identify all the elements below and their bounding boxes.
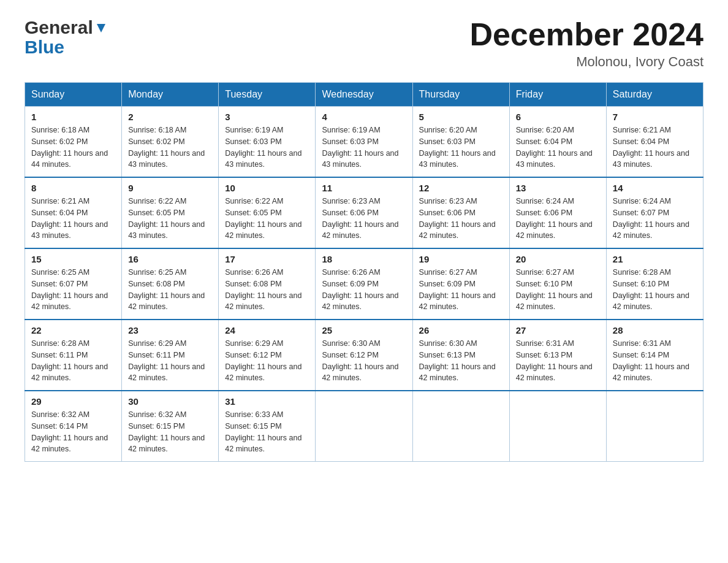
- sunset-text: Sunset: 6:14 PM: [613, 350, 697, 361]
- daylight-text: Daylight: 11 hours and 42 minutes.: [613, 361, 697, 385]
- day-number: 14: [613, 183, 697, 193]
- daylight-text: Daylight: 11 hours and 42 minutes.: [613, 219, 697, 242]
- calendar-week-row: 1 Sunrise: 6:18 AM Sunset: 6:02 PM Dayli…: [25, 107, 703, 178]
- daylight-text: Daylight: 11 hours and 42 minutes.: [613, 290, 697, 313]
- sunset-text: Sunset: 6:11 PM: [31, 350, 115, 361]
- logo-blue: Blue: [25, 38, 64, 56]
- col-saturday: Saturday: [606, 83, 703, 107]
- sunset-text: Sunset: 6:08 PM: [128, 278, 212, 290]
- day-number: 13: [516, 183, 600, 193]
- table-row: 28 Sunrise: 6:31 AM Sunset: 6:14 PM Dayl…: [606, 320, 703, 391]
- daylight-text: Daylight: 11 hours and 42 minutes.: [322, 219, 406, 242]
- logo-general: General: [25, 18, 93, 37]
- location-subtitle: Molonou, Ivory Coast: [469, 54, 703, 70]
- sunset-text: Sunset: 6:05 PM: [128, 207, 212, 219]
- day-number: 6: [516, 112, 600, 122]
- table-row: 9 Sunrise: 6:22 AM Sunset: 6:05 PM Dayli…: [122, 177, 219, 248]
- sunrise-text: Sunrise: 6:32 AM: [31, 409, 115, 421]
- sunrise-text: Sunrise: 6:26 AM: [225, 267, 309, 278]
- table-row: 16 Sunrise: 6:25 AM Sunset: 6:08 PM Dayl…: [122, 248, 219, 320]
- calendar-week-row: 22 Sunrise: 6:28 AM Sunset: 6:11 PM Dayl…: [25, 320, 703, 391]
- calendar-week-row: 15 Sunrise: 6:25 AM Sunset: 6:07 PM Dayl…: [25, 248, 703, 320]
- table-row: [509, 391, 606, 462]
- table-row: 25 Sunrise: 6:30 AM Sunset: 6:12 PM Dayl…: [316, 320, 412, 391]
- table-row: 21 Sunrise: 6:28 AM Sunset: 6:10 PM Dayl…: [606, 248, 703, 320]
- table-row: 23 Sunrise: 6:29 AM Sunset: 6:11 PM Dayl…: [122, 320, 219, 391]
- table-row: 4 Sunrise: 6:19 AM Sunset: 6:03 PM Dayli…: [316, 107, 412, 178]
- daylight-text: Daylight: 11 hours and 43 minutes.: [322, 148, 406, 171]
- table-row: 22 Sunrise: 6:28 AM Sunset: 6:11 PM Dayl…: [25, 320, 122, 391]
- day-number: 22: [31, 325, 115, 335]
- sunset-text: Sunset: 6:06 PM: [419, 207, 503, 219]
- day-number: 8: [31, 183, 115, 193]
- table-row: 18 Sunrise: 6:26 AM Sunset: 6:09 PM Dayl…: [316, 248, 412, 320]
- daylight-text: Daylight: 11 hours and 42 minutes.: [128, 432, 212, 456]
- daylight-text: Daylight: 11 hours and 42 minutes.: [516, 290, 600, 313]
- day-number: 16: [128, 254, 212, 264]
- daylight-text: Daylight: 11 hours and 43 minutes.: [516, 148, 600, 171]
- day-number: 29: [31, 396, 115, 407]
- day-number: 31: [225, 396, 309, 407]
- sunrise-text: Sunrise: 6:21 AM: [613, 124, 697, 136]
- daylight-text: Daylight: 11 hours and 42 minutes.: [419, 219, 503, 242]
- sunrise-text: Sunrise: 6:25 AM: [128, 267, 212, 278]
- daylight-text: Daylight: 11 hours and 42 minutes.: [31, 290, 115, 313]
- table-row: [316, 391, 412, 462]
- sunset-text: Sunset: 6:02 PM: [31, 136, 115, 148]
- sunrise-text: Sunrise: 6:30 AM: [322, 338, 406, 350]
- daylight-text: Daylight: 11 hours and 42 minutes.: [128, 361, 212, 385]
- sunrise-text: Sunrise: 6:18 AM: [31, 124, 115, 136]
- sunset-text: Sunset: 6:06 PM: [322, 207, 406, 219]
- sunrise-text: Sunrise: 6:20 AM: [516, 124, 600, 136]
- day-number: 10: [225, 183, 309, 193]
- sunset-text: Sunset: 6:07 PM: [613, 207, 697, 219]
- table-row: 26 Sunrise: 6:30 AM Sunset: 6:13 PM Dayl…: [412, 320, 509, 391]
- table-row: 30 Sunrise: 6:32 AM Sunset: 6:15 PM Dayl…: [122, 391, 219, 462]
- month-year-title: December 2024: [469, 18, 703, 50]
- daylight-text: Daylight: 11 hours and 42 minutes.: [128, 290, 212, 313]
- day-number: 3: [225, 112, 309, 122]
- table-row: [412, 391, 509, 462]
- sunrise-text: Sunrise: 6:27 AM: [516, 267, 600, 278]
- table-row: 27 Sunrise: 6:31 AM Sunset: 6:13 PM Dayl…: [509, 320, 606, 391]
- calendar-week-row: 8 Sunrise: 6:21 AM Sunset: 6:04 PM Dayli…: [25, 177, 703, 248]
- sunrise-text: Sunrise: 6:30 AM: [419, 338, 503, 350]
- table-row: [606, 391, 703, 462]
- sunrise-text: Sunrise: 6:31 AM: [613, 338, 697, 350]
- daylight-text: Daylight: 11 hours and 42 minutes.: [225, 290, 309, 313]
- table-row: 24 Sunrise: 6:29 AM Sunset: 6:12 PM Dayl…: [219, 320, 316, 391]
- daylight-text: Daylight: 11 hours and 43 minutes.: [613, 148, 697, 171]
- table-row: 6 Sunrise: 6:20 AM Sunset: 6:04 PM Dayli…: [509, 107, 606, 178]
- daylight-text: Daylight: 11 hours and 42 minutes.: [516, 361, 600, 385]
- sunrise-text: Sunrise: 6:19 AM: [225, 124, 309, 136]
- sunset-text: Sunset: 6:04 PM: [31, 207, 115, 219]
- logo-triangle-icon: [94, 21, 108, 35]
- daylight-text: Daylight: 11 hours and 42 minutes.: [516, 219, 600, 242]
- daylight-text: Daylight: 11 hours and 42 minutes.: [225, 361, 309, 385]
- day-number: 17: [225, 254, 309, 264]
- sunset-text: Sunset: 6:03 PM: [225, 136, 309, 148]
- sunrise-text: Sunrise: 6:25 AM: [31, 267, 115, 278]
- col-thursday: Thursday: [412, 83, 509, 107]
- table-row: 1 Sunrise: 6:18 AM Sunset: 6:02 PM Dayli…: [25, 107, 122, 178]
- daylight-text: Daylight: 11 hours and 42 minutes.: [31, 432, 115, 456]
- svg-marker-0: [97, 24, 105, 33]
- day-number: 21: [613, 254, 697, 264]
- sunset-text: Sunset: 6:10 PM: [613, 278, 697, 290]
- day-number: 18: [322, 254, 406, 264]
- calendar-week-row: 29 Sunrise: 6:32 AM Sunset: 6:14 PM Dayl…: [25, 391, 703, 462]
- sunset-text: Sunset: 6:03 PM: [419, 136, 503, 148]
- sunrise-text: Sunrise: 6:20 AM: [419, 124, 503, 136]
- sunset-text: Sunset: 6:14 PM: [31, 421, 115, 432]
- sunrise-text: Sunrise: 6:28 AM: [31, 338, 115, 350]
- calendar-table: Sunday Monday Tuesday Wednesday Thursday…: [25, 82, 703, 462]
- sunrise-text: Sunrise: 6:31 AM: [516, 338, 600, 350]
- col-wednesday: Wednesday: [316, 83, 412, 107]
- table-row: 10 Sunrise: 6:22 AM Sunset: 6:05 PM Dayl…: [219, 177, 316, 248]
- table-row: 7 Sunrise: 6:21 AM Sunset: 6:04 PM Dayli…: [606, 107, 703, 178]
- col-friday: Friday: [509, 83, 606, 107]
- day-number: 24: [225, 325, 309, 335]
- sunset-text: Sunset: 6:03 PM: [322, 136, 406, 148]
- day-number: 12: [419, 183, 503, 193]
- table-row: 15 Sunrise: 6:25 AM Sunset: 6:07 PM Dayl…: [25, 248, 122, 320]
